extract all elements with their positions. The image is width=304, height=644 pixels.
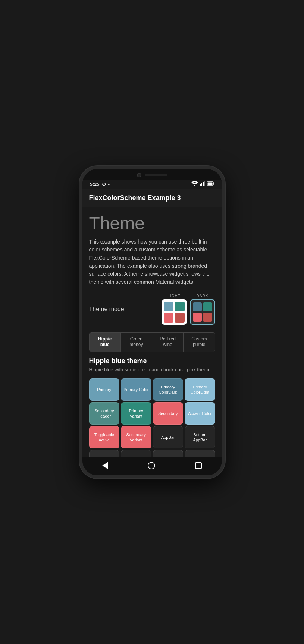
swatch-accent-color: Accent Color [185, 402, 215, 425]
swatch-toggleable-active: Toggleable Active [89, 426, 120, 448]
svg-rect-7 [213, 183, 214, 184]
swatch-app-bar: AppBar [153, 426, 184, 448]
svg-rect-4 [204, 181, 205, 186]
swatch-secondary: Secondary [153, 402, 184, 425]
nav-bar [82, 457, 222, 475]
screen: FlexColorScheme Example 3 Theme This exa… [82, 189, 222, 457]
status-left: 5:25 ⊙ ▪ [90, 181, 110, 187]
swatch-primary-color-dark: Primary ColorDark [153, 378, 184, 401]
light-color-grid [162, 299, 187, 325]
signal-icon [200, 181, 206, 187]
nav-home-button[interactable] [148, 462, 155, 469]
tab-custom-purple[interactable]: Custompurple [184, 333, 214, 352]
recents-icon [195, 462, 202, 469]
swatch-divider: Divider [89, 450, 120, 457]
swatch-bottom-app-bar: Bottom AppBar [185, 426, 215, 448]
wifi-icon [191, 181, 198, 187]
status-icon-circle: ⊙ [102, 181, 106, 187]
tab-green-money[interactable]: Greenmoney [121, 333, 152, 352]
theme-description: This example shows how you can use three… [89, 238, 215, 286]
nav-back-button[interactable] [102, 462, 108, 469]
theme-option-light[interactable]: LIGHT [162, 294, 187, 325]
light-color-1 [164, 302, 174, 312]
swatch-primary-color: Primary Color [121, 378, 151, 401]
dark-color-2 [203, 302, 212, 312]
svg-point-0 [194, 185, 195, 186]
swatch-surface: Surface [185, 450, 215, 457]
light-color-4 [175, 313, 185, 323]
swatch-primary: Primary [89, 378, 120, 401]
theme-mode-label: Theme mode [89, 306, 124, 313]
theme-mode-row: Theme mode LIGHT DARK [89, 294, 215, 325]
dark-color-1 [193, 302, 202, 312]
swatch-secondary-variant: Secondary Variant [121, 426, 151, 448]
theme-mode-options: LIGHT DARK [162, 294, 215, 325]
battery-icon [207, 181, 214, 187]
home-icon [148, 462, 155, 469]
camera [137, 173, 141, 177]
status-time: 5:25 [90, 181, 100, 187]
status-right [191, 181, 214, 187]
speaker [145, 174, 167, 176]
app-bar-title: FlexColorScheme Example 3 [89, 194, 215, 202]
dark-label: DARK [197, 294, 209, 298]
swatch-primary-color-light: Primary ColorLight [185, 378, 215, 401]
tab-red-red-wine[interactable]: Red redwine [152, 333, 184, 352]
dark-color-3 [193, 313, 202, 322]
tab-hippie-blue[interactable]: Hippieblue [90, 333, 121, 352]
theme-option-dark[interactable]: DARK [190, 294, 215, 325]
swatch-primary-variant: Primary Variant [121, 402, 151, 425]
light-color-3 [164, 313, 174, 323]
notch-area [82, 169, 222, 180]
main-content: Theme This example shows how you can use… [82, 207, 222, 457]
back-icon [102, 462, 108, 469]
selected-theme-name: Hippie blue theme [89, 357, 215, 365]
swatch-secondary-header: Secondary Header [89, 402, 120, 425]
phone-frame: 5:25 ⊙ ▪ [79, 166, 225, 478]
svg-rect-2 [201, 183, 202, 186]
swatch-background: Background [121, 450, 151, 457]
svg-rect-3 [203, 182, 204, 186]
swatches-grid: Primary Primary Color Primary ColorDark … [89, 378, 215, 457]
light-label: LIGHT [167, 294, 180, 298]
status-bar: 5:25 ⊙ ▪ [82, 180, 222, 189]
selected-theme-subtitle: Hippie blue with surfie green and chock … [89, 367, 215, 373]
status-icon-sim: ▪ [108, 181, 110, 187]
svg-rect-1 [200, 184, 201, 186]
dark-color-grid [190, 299, 215, 325]
nav-recents-button[interactable] [195, 462, 202, 469]
app-bar: FlexColorScheme Example 3 [82, 189, 222, 207]
swatch-canvas: Canvas [153, 450, 184, 457]
dark-color-4 [203, 313, 212, 322]
light-color-2 [175, 302, 185, 312]
theme-heading: Theme [89, 213, 215, 234]
scheme-tabs: Hippieblue Greenmoney Red redwine Custom… [89, 332, 215, 352]
svg-rect-6 [207, 182, 212, 185]
